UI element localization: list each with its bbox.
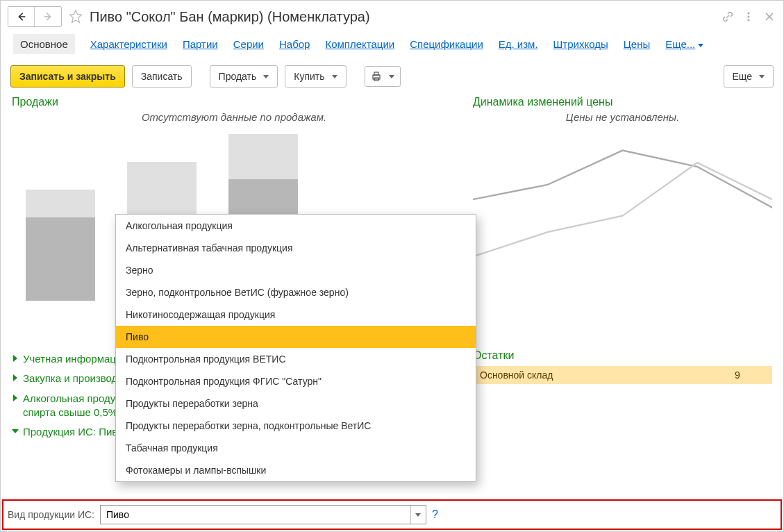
balance-qty: 9 [710,369,765,381]
group-label: Продукция ИС: Пиво [23,425,123,439]
tab-batches[interactable]: Партии [183,38,218,50]
svg-point-2 [748,13,750,15]
is-product-dropdown: Алкогольная продукция Альтернативная таб… [115,214,476,482]
tab-uom[interactable]: Ед. изм. [499,38,538,50]
kebab-icon[interactable] [743,11,754,22]
is-product-input[interactable] [101,506,410,524]
balances-table: Основной склад 9 [473,366,772,384]
sell-button[interactable]: Продать [210,65,278,88]
price-dynamics-title: Динамика изменений цены [473,96,772,108]
dropdown-option[interactable]: Альтернативная табачная продукция [116,237,476,259]
sales-section-title: Продажи [12,96,456,108]
svg-point-4 [748,19,750,22]
help-icon[interactable]: ? [432,508,438,521]
dropdown-option[interactable]: Зерно [116,259,476,281]
dropdown-option[interactable]: Фотокамеры и лампы-вспышки [116,459,476,481]
tab-prices[interactable]: Цены [624,38,651,50]
close-icon[interactable] [764,11,775,22]
tab-specs[interactable]: Спецификации [410,38,483,50]
price-line-chart [473,134,772,273]
dropdown-option[interactable]: Алкогольная продукция [116,215,476,237]
dropdown-option[interactable]: Продукты переработки зерна, подконтрольн… [116,415,476,437]
tab-characteristics[interactable]: Характеристики [90,38,167,50]
page-title: Пиво "Сокол" Бан (маркир) (Номенклатура) [90,9,370,25]
dropdown-option[interactable]: Подконтрольная продукция ВЕТИС [116,348,476,370]
favorite-icon[interactable] [67,8,84,25]
nav-forward-button[interactable] [35,7,61,26]
sales-empty-text: Отсутствуют данные по продажам. [12,111,456,123]
save-button[interactable]: Записать [132,65,192,88]
tab-kits[interactable]: Комплектации [325,38,394,50]
is-product-field[interactable] [100,505,426,524]
buy-button[interactable]: Купить [285,65,346,88]
dropdown-option[interactable]: Никотиносодержащая продукция [116,304,476,326]
chevron-right-icon [12,394,19,401]
dropdown-option[interactable]: Подконтрольная продукция ФГИС "Сатурн" [116,370,476,392]
save-close-button[interactable]: Записать и закрыть [10,65,125,88]
dropdown-option[interactable]: Продукты переработки зерна [116,392,476,415]
tab-set[interactable]: Набор [279,38,310,50]
svg-point-3 [748,16,750,18]
is-product-label: Вид продукции ИС: [6,509,94,520]
chevron-down-icon [12,428,19,435]
balances-title: Остатки [473,349,772,362]
chevron-right-icon [12,374,19,381]
tab-more[interactable]: Еще... [665,38,703,50]
nav-back-button[interactable] [8,7,35,26]
balance-row[interactable]: Основной склад 9 [473,366,772,384]
is-product-dropdown-toggle[interactable] [410,506,426,524]
bar-1 [26,190,95,301]
toolbar-more-button[interactable]: Еще [724,65,774,88]
tab-main[interactable]: Основное [13,34,75,54]
link-icon[interactable] [722,11,733,22]
dropdown-option[interactable]: Зерно, подконтрольное ВетИС (фуражное зе… [116,281,476,304]
tab-series[interactable]: Серии [233,38,264,50]
tab-barcodes[interactable]: Штрихкоды [553,38,608,50]
chevron-right-icon [12,355,19,362]
dropdown-option-selected[interactable]: Пиво [116,326,476,348]
is-product-field-row: Вид продукции ИС: ? [2,499,782,530]
price-dynamics-empty-text: Цены не установлены. [473,111,772,123]
svg-rect-8 [374,72,378,75]
print-button[interactable] [365,66,401,87]
dropdown-option[interactable]: Табачная продукция [116,437,476,459]
balance-warehouse: Основной склад [480,369,710,381]
